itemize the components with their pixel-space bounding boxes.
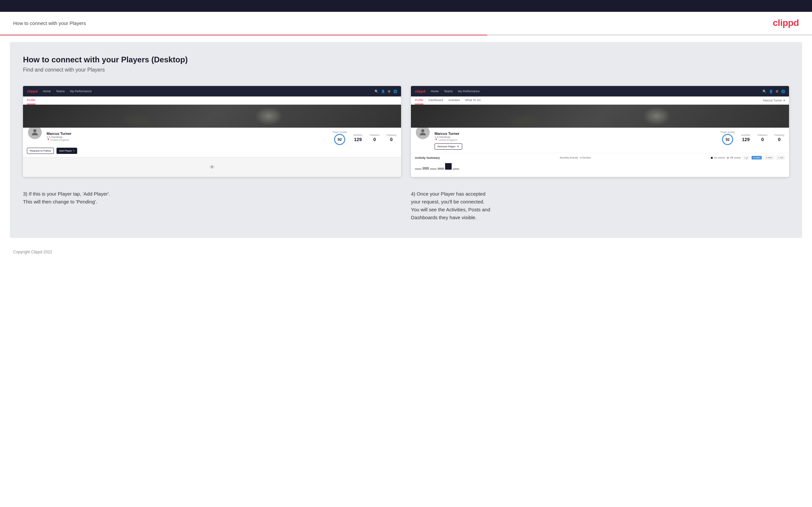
mock-tabs-2: Profile Dashboard Activities What To On …: [411, 97, 789, 105]
search-icon-1[interactable]: 🔍: [374, 90, 378, 93]
activity-controls: On course Off course 1 yr 6 mths 3 mths …: [711, 156, 785, 160]
svg-point-1: [421, 129, 424, 132]
mock-banner-2: [411, 105, 789, 128]
mock-profile-row-1: Marcus Turner 1-5 Handicap 📍 United King…: [27, 131, 397, 145]
stat-followers-value-1: 0: [373, 137, 376, 142]
mock-navbar-1: clippd Home Teams My Performance 🔍 👤 ⚙ 🌐: [23, 86, 401, 97]
nav-home-1[interactable]: Home: [43, 90, 51, 93]
mock-profile-2: Marcus Turner 1-5 Handicap 📍 United King…: [411, 128, 789, 153]
player-quality-2: Player Quality 92: [720, 131, 735, 145]
user-icon-1[interactable]: 👤: [381, 90, 385, 93]
bar-5: [445, 163, 452, 170]
player-handicap-2: 1-5 Handicap: [435, 135, 716, 138]
legend-dot-off: [727, 157, 729, 159]
stat-followers-1: Followers 0: [369, 134, 380, 142]
mock-profile-row-2: Marcus Turner 1-5 Handicap 📍 United King…: [415, 131, 785, 150]
period-1mth[interactable]: 1 mth: [776, 156, 785, 160]
tab-dashboard-2[interactable]: Dashboard: [429, 97, 443, 104]
player-location-1: 📍 United Kingdom: [47, 138, 328, 142]
player-location-2: 📍 United Kingdom: [435, 138, 716, 142]
player-info-1: Marcus Turner 1-5 Handicap 📍 United King…: [47, 131, 328, 142]
caption-3: 3) If this is your Player tap, 'Add Play…: [23, 190, 401, 222]
tab-profile-2[interactable]: Profile: [415, 97, 423, 104]
screenshot-2: clippd Home Teams My Performance 🔍 👤 ⚙ 🌐…: [411, 86, 789, 177]
stat-activities-value-1: 129: [354, 137, 362, 142]
stat-activities-label-1: Activities: [353, 134, 363, 136]
tab-username: Marcus Turner: [763, 99, 782, 102]
settings-icon-2[interactable]: ⚙: [775, 90, 778, 93]
remove-player-button[interactable]: Remove Player ✕: [435, 144, 462, 150]
period-6mths[interactable]: 6 mths: [752, 156, 762, 160]
mock-profile-1: Marcus Turner 1-5 Handicap 📍 United King…: [23, 128, 401, 157]
stat-following-label-1: Following: [387, 134, 397, 136]
screenshots-row: clippd Home Teams My Performance 🔍 👤 ⚙ 🌐…: [23, 86, 789, 177]
search-icon-2[interactable]: 🔍: [762, 90, 766, 93]
header-title: How to connect with your Players: [13, 20, 86, 26]
caption-4: 4) Once your Player has accepted your re…: [411, 190, 789, 222]
player-quality-1: Player Quality 92: [333, 131, 347, 145]
tab-activities-2[interactable]: Activities: [448, 97, 460, 104]
stat-activities-value-2: 129: [742, 137, 750, 142]
page-subtitle: Find and connect with your Players: [23, 67, 789, 73]
mock-logo-2: clippd: [415, 89, 425, 93]
nav-teams-1[interactable]: Teams: [56, 90, 65, 93]
tab-whattoon-2[interactable]: What To On: [465, 97, 480, 104]
stat-following-value-1: 0: [390, 137, 393, 142]
close-icon: ✕: [457, 145, 459, 148]
caption-3-line1: 3) If this is your Player tap, 'Add Play…: [23, 190, 401, 198]
caption-3-line2: This will then change to 'Pending'.: [23, 198, 401, 206]
caption-4-line1: 4) Once your Player has accepted: [411, 190, 789, 198]
tab-user-right: Marcus Turner ▾: [763, 97, 785, 104]
stat-followers-value-2: 0: [761, 137, 764, 142]
nav-teams-2[interactable]: Teams: [444, 90, 453, 93]
stat-following-2: Following 0: [773, 134, 785, 142]
header: How to connect with your Players clippd: [0, 12, 812, 35]
bar-2: [422, 167, 429, 170]
bar-4: [438, 168, 444, 170]
page-title: How to connect with your Players (Deskto…: [23, 55, 789, 64]
period-1yr[interactable]: 1 yr: [743, 156, 750, 160]
stat-followers-2: Followers 0: [757, 134, 768, 142]
player-handicap-1: 1-5 Handicap: [47, 135, 328, 138]
quality-label-1: Player Quality: [333, 131, 347, 133]
activity-chart: [415, 161, 785, 170]
mock-bottom-1: 👁: [23, 157, 401, 177]
mock-tabs-1: Profile: [23, 97, 401, 105]
stat-activities-1: Activities 129: [352, 134, 364, 142]
globe-icon-2[interactable]: 🌐: [781, 90, 785, 93]
quality-label-2: Player Quality: [720, 131, 735, 133]
request-follow-button[interactable]: Request to Follow: [27, 148, 54, 154]
user-icon-2[interactable]: 👤: [769, 90, 773, 93]
add-player-label: Add Player: [59, 149, 72, 152]
quality-circle-1: 92: [334, 134, 345, 145]
tab-profile-1[interactable]: Profile: [27, 97, 36, 104]
screenshot-1: clippd Home Teams My Performance 🔍 👤 ⚙ 🌐…: [23, 86, 401, 177]
nav-home-2[interactable]: Home: [430, 90, 439, 93]
legend-dot-on: [711, 157, 713, 159]
mock-logo-1: clippd: [27, 89, 38, 93]
stat-following-1: Following 0: [386, 134, 397, 142]
activity-header: Activity Summary Monthly Activity · 6 Mo…: [415, 156, 785, 160]
activity-period: Monthly Activity · 6 Months: [560, 156, 591, 159]
globe-icon-1[interactable]: 🌐: [393, 90, 397, 93]
footer: Copyright Clippd 2022: [0, 244, 812, 260]
header-divider: [0, 35, 812, 36]
add-player-button[interactable]: Add Player +: [56, 148, 77, 154]
bar-1: [415, 168, 421, 170]
chevron-down-icon: ▾: [783, 99, 785, 102]
mock-banner-1: [23, 105, 401, 128]
settings-icon-1[interactable]: ⚙: [388, 90, 391, 93]
main-content: How to connect with your Players (Deskto…: [10, 42, 802, 238]
remove-player-label: Remove Player: [438, 145, 456, 148]
stat-followers-label-1: Followers: [370, 134, 380, 136]
logo: clippd: [773, 18, 799, 28]
nav-performance-2[interactable]: My Performance: [458, 90, 479, 93]
location-icon-2: 📍: [435, 138, 438, 142]
nav-performance-1[interactable]: My Performance: [70, 90, 92, 93]
player-name-1: Marcus Turner: [47, 131, 328, 135]
period-3mths[interactable]: 3 mths: [764, 156, 774, 160]
mock-stats-1: Player Quality 92 Activities 129 Followe…: [333, 131, 397, 145]
caption-4-line4: Dashboards they have visible.: [411, 214, 789, 222]
caption-4-line3: You will see the Activities, Posts and: [411, 206, 789, 214]
svg-point-0: [33, 129, 36, 132]
